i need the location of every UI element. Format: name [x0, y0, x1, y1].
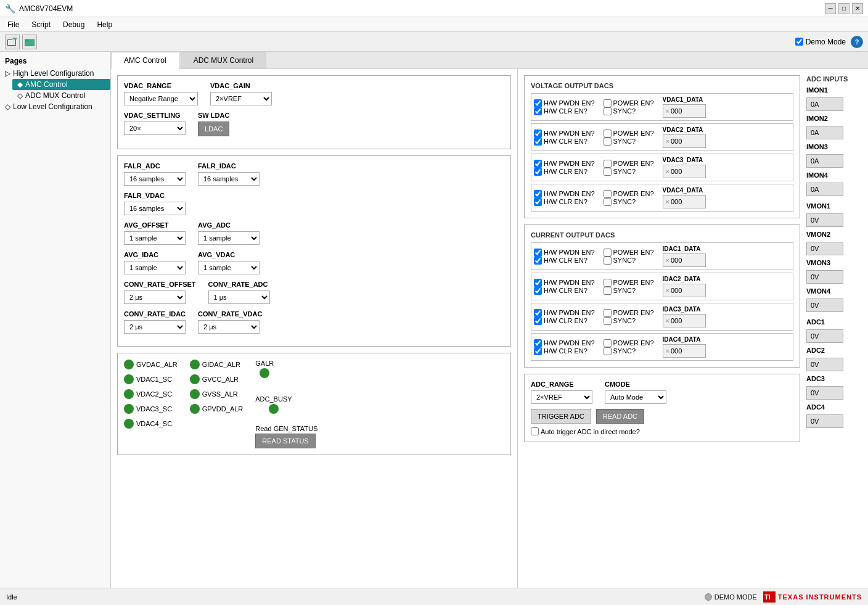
vdac3-sync-checkbox[interactable] [604, 168, 612, 176]
tab-amc-control[interactable]: AMC Control [111, 52, 179, 69]
idac4-hwpwdn-checkbox[interactable] [534, 339, 542, 347]
idac4-hwclr-checkbox[interactable] [534, 347, 542, 355]
vdac4-hwpwdn-checkbox[interactable] [534, 190, 542, 198]
idac1-sync-checkbox[interactable] [604, 257, 612, 265]
falr-vdac-select[interactable]: 16 samples 8 samples 4 samples 1 sample [124, 202, 186, 215]
vdac-gain-select[interactable]: 2×VREF 1×VREF [210, 92, 272, 105]
cmode-select[interactable]: Auto Mode Manual Mode [605, 390, 666, 404]
conv-rate-offset-select[interactable]: 2 μs 1 μs 4 μs [124, 290, 186, 304]
idac2-poweren-checkbox[interactable] [604, 279, 612, 287]
voltage-output-dacs-section: VOLTAGE OUTPUT DACS H/W PWDN EN? [524, 75, 800, 218]
imon4-label: IMON4 [806, 171, 837, 179]
toolbar-open-button[interactable] [5, 35, 20, 49]
vdac1-hwpwdn-checkbox[interactable] [534, 99, 542, 107]
vdac1-data-group: VDAC1_DATA × 000 [663, 96, 706, 118]
idac3-data-input[interactable]: ×000 [663, 314, 706, 327]
idac2-hwclr-checkbox[interactable] [534, 287, 542, 295]
sidebar: Pages ▷ High Level Configuration ◆ AMC C… [0, 52, 111, 588]
idac2-data-input[interactable]: ×000 [663, 284, 706, 297]
demo-mode-checkbox[interactable] [795, 38, 803, 46]
tab-adc-mux-control[interactable]: ADC MUX Control [181, 52, 266, 68]
idac1-hwpwdn-checkbox[interactable] [534, 249, 542, 257]
vdac2-hwclr-checkbox[interactable] [534, 138, 542, 146]
vdac3-data-label: VDAC3_DATA [663, 157, 703, 163]
maximize-button[interactable]: □ [838, 3, 850, 14]
idac3-poweren-checkbox[interactable] [604, 309, 612, 317]
menu-script[interactable]: Script [29, 19, 53, 30]
idac2-hwpwdn-checkbox[interactable] [534, 279, 542, 287]
vdac3-sc-dot [124, 404, 134, 414]
vdac4-data-input[interactable]: ×000 [663, 195, 706, 208]
vdac2-sync-checkbox[interactable] [604, 138, 612, 146]
read-status-button[interactable]: READ STATUS [255, 434, 315, 448]
avg-adc-label: AVG_ADC [198, 221, 260, 229]
demo-indicator: DEMO MODE [705, 593, 757, 601]
sidebar-item-low-level[interactable]: ◇ Low Level Configuration [0, 101, 110, 112]
vdac3-poweren-checkbox[interactable] [604, 160, 612, 168]
idac4-poweren-checkbox[interactable] [604, 339, 612, 347]
vdac1-poweren-checkbox[interactable] [604, 99, 612, 107]
gpvdd-alr-indicator: GPVDD_ALR [190, 404, 244, 414]
demo-mode-checkbox-area[interactable]: Demo Mode [795, 38, 846, 46]
idac2-sync-checkbox[interactable] [604, 287, 612, 295]
vdac-settling-select[interactable]: 20× 10× 5× [124, 121, 186, 135]
idac3-sync-checkbox[interactable] [604, 317, 612, 325]
vdac3-hwpwdn-checkbox[interactable] [534, 160, 542, 168]
vdac1-hwclr-checkbox[interactable] [534, 107, 542, 115]
menu-file[interactable]: File [5, 19, 22, 30]
avg-offset-select[interactable]: 1 sample 2 samples 4 samples [124, 231, 186, 245]
vmon3-label: VMON3 [806, 259, 837, 266]
vdac3-hwclr-checkbox[interactable] [534, 168, 542, 176]
idac4-sync-checkbox[interactable] [604, 347, 612, 355]
falr-idac-select[interactable]: 16 samples 8 samples 4 samples 1 sample [198, 172, 260, 186]
trigger-adc-button[interactable]: TRIGGER ADC [531, 409, 591, 424]
adc-range-select[interactable]: 2×VREF 1×VREF [531, 390, 592, 404]
vdac1-data-label: VDAC1_DATA [663, 96, 703, 103]
avg-adc-select[interactable]: 1 sample 2 samples 4 samples [198, 231, 260, 245]
filter-settings-section: FALR_ADC 16 samples 8 samples 4 samples … [117, 155, 511, 347]
conv-rate-adc-select[interactable]: 1 μs 2 μs 4 μs [208, 290, 270, 304]
toolbar-extra-button[interactable] [39, 35, 46, 49]
avg-idac-select[interactable]: 1 sample 2 samples 4 samples [124, 261, 186, 274]
conv-rate-idac-select[interactable]: 2 μs 1 μs 4 μs [124, 320, 186, 334]
vdac4-poweren-checkbox[interactable] [604, 190, 612, 198]
idac4-data-input[interactable]: ×000 [663, 344, 706, 358]
toolbar-folder-button[interactable] [22, 35, 37, 49]
vdac-range-select[interactable]: Negative Range Positive Range [124, 92, 198, 105]
sidebar-item-adc-mux[interactable]: ◇ ADC MUX Control [12, 90, 110, 101]
help-button[interactable]: ? [851, 36, 863, 48]
falr-adc-select[interactable]: 16 samples 8 samples 4 samples 1 sample [124, 172, 186, 186]
sidebar-item-amc-control[interactable]: ◆ AMC Control [12, 79, 110, 90]
ldac-button[interactable]: LDAC [198, 121, 229, 136]
idac4-data-group: IDAC4_DATA ×000 [663, 336, 706, 358]
vdac4-hwclr-checkbox[interactable] [534, 198, 542, 206]
vdac2-poweren-checkbox[interactable] [604, 130, 612, 138]
adc-range-section: ADC_RANGE 2×VREF 1×VREF CMODE A [524, 374, 800, 442]
close-button[interactable]: ✕ [852, 3, 863, 14]
vdac4-sc-label: VDAC4_SC [136, 420, 172, 427]
imon2-row: IMON2 [806, 115, 862, 122]
idac3-hwpwdn-checkbox[interactable] [534, 309, 542, 317]
conv-rate-vdac-select[interactable]: 2 μs 1 μs 4 μs [198, 320, 260, 334]
idac4-checkboxes: H/W PWDN EN? H/W CLR EN? [534, 339, 595, 355]
read-adc-button[interactable]: READ ADC [596, 409, 644, 424]
idac3-hwclr-checkbox[interactable] [534, 317, 542, 325]
minimize-button[interactable]: ─ [825, 3, 836, 14]
vdac1-sync-checkbox[interactable] [604, 107, 612, 115]
avg-vdac-select[interactable]: 1 sample 2 samples 4 samples [198, 261, 260, 274]
idac1-hwclr-checkbox[interactable] [534, 257, 542, 265]
idac1-power-checkboxes: POWER EN? SYNC? [604, 249, 654, 265]
idac1-poweren-checkbox[interactable] [604, 249, 612, 257]
vdac1-data-input[interactable]: × 000 [663, 104, 706, 118]
idac1-data-input[interactable]: ×000 [663, 253, 706, 267]
menu-help[interactable]: Help [94, 19, 115, 30]
vdac2-data-input[interactable]: ×000 [663, 134, 706, 148]
vdac2-hwpwdn-checkbox[interactable] [534, 130, 542, 138]
vdac4-sync-checkbox[interactable] [604, 198, 612, 206]
vdac4-power-checkboxes: POWER EN? SYNC? [604, 190, 654, 206]
vdac3-data-input[interactable]: ×000 [663, 165, 706, 178]
status-bar: Idle DEMO MODE TI TEXAS INSTRUMENTS [0, 588, 868, 605]
sidebar-item-high-level[interactable]: ▷ High Level Configuration [0, 68, 110, 79]
menu-debug[interactable]: Debug [60, 19, 87, 30]
auto-trigger-checkbox[interactable] [531, 427, 539, 435]
